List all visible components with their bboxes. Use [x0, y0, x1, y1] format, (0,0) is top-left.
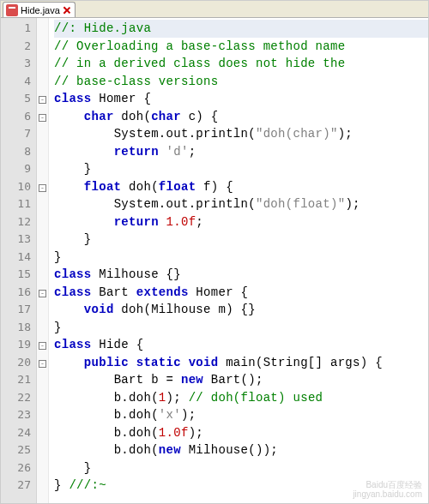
code-line: return 'd'; [54, 143, 428, 161]
tab-filename: Hide.java [21, 5, 60, 15]
line-number: 7 [1, 125, 31, 143]
code-line: System.out.println("doh(char)"); [54, 125, 428, 143]
line-gutter: 1 2 3 4 5 6 7 8 9 10 11 12 13 14 15 16 1… [1, 18, 37, 503]
code-line: // base-class versions [54, 73, 428, 91]
code-line: } [54, 231, 428, 249]
line-number: 23 [1, 406, 31, 424]
code-line: class Bart extends Homer { [54, 284, 428, 302]
code-line: b.doh(1); // doh(float) used [54, 389, 428, 407]
code-line: public static void main(String[] args) { [54, 354, 428, 372]
fold-toggle[interactable]: - [39, 114, 46, 122]
editor-window: Hide.java 1 2 3 4 5 6 7 8 9 10 11 12 13 … [0, 0, 429, 504]
line-number: 21 [1, 371, 31, 389]
code-line: float doh(float f) { [54, 178, 428, 196]
fold-toggle[interactable]: - [39, 96, 46, 104]
tab-bar: Hide.java [1, 1, 428, 18]
line-number: 20 [1, 354, 31, 372]
line-number: 26 [1, 459, 31, 477]
line-number: 4 [1, 73, 31, 91]
code-line: class Homer { [54, 90, 428, 108]
code-line: } [54, 459, 428, 477]
code-line: class Hide { [54, 336, 428, 354]
line-number: 12 [1, 213, 31, 231]
line-number: 6 [1, 108, 31, 126]
code-line: char doh(char c) { [54, 108, 428, 126]
line-number: 16 [1, 284, 31, 302]
code-line: void doh(Milhouse m) {} [54, 301, 428, 319]
line-number: 9 [1, 160, 31, 178]
line-number: 22 [1, 389, 31, 407]
code-line: b.doh(new Milhouse()); [54, 441, 428, 459]
line-number: 18 [1, 319, 31, 337]
code-line: } [54, 319, 428, 337]
fold-toggle[interactable]: - [39, 342, 46, 350]
code-line: // Overloading a base-class method name [54, 38, 428, 56]
code-line: } [54, 249, 428, 267]
close-icon[interactable] [63, 6, 71, 15]
line-number: 2 [1, 38, 31, 56]
code-line: } [54, 160, 428, 178]
line-number: 17 [1, 301, 31, 319]
code-line: class Milhouse {} [54, 266, 428, 284]
line-number: 1 [1, 20, 31, 38]
line-number: 13 [1, 231, 31, 249]
line-number: 24 [1, 424, 31, 442]
fold-toggle[interactable]: - [39, 360, 46, 368]
code-line: b.doh(1.0f); [54, 424, 428, 442]
code-line: Bart b = new Bart(); [54, 371, 428, 389]
line-number: 5 [1, 90, 31, 108]
code-area[interactable]: //: Hide.java// Overloading a base-class… [49, 18, 428, 503]
code-line: // in a derived class does not hide the [54, 55, 428, 73]
code-line: b.doh('x'); [54, 406, 428, 424]
line-number: 14 [1, 249, 31, 267]
code-line: //: Hide.java [54, 20, 428, 38]
line-number: 25 [1, 441, 31, 459]
fold-toggle[interactable]: - [39, 184, 46, 192]
java-file-icon [6, 4, 18, 16]
line-number: 19 [1, 336, 31, 354]
fold-column: - - - - - - [37, 18, 49, 503]
file-tab[interactable]: Hide.java [3, 2, 76, 17]
line-number: 11 [1, 195, 31, 213]
line-number: 3 [1, 55, 31, 73]
fold-toggle[interactable]: - [39, 290, 46, 297]
line-number: 15 [1, 266, 31, 284]
line-number: 10 [1, 178, 31, 196]
code-line: System.out.println("doh(float)"); [54, 195, 428, 213]
editor-area: 1 2 3 4 5 6 7 8 9 10 11 12 13 14 15 16 1… [1, 18, 428, 503]
line-number: 8 [1, 143, 31, 161]
code-line: return 1.0f; [54, 213, 428, 231]
watermark: Baidu百度经验 jingyan.baidu.com [353, 480, 422, 499]
line-number: 27 [1, 477, 31, 495]
